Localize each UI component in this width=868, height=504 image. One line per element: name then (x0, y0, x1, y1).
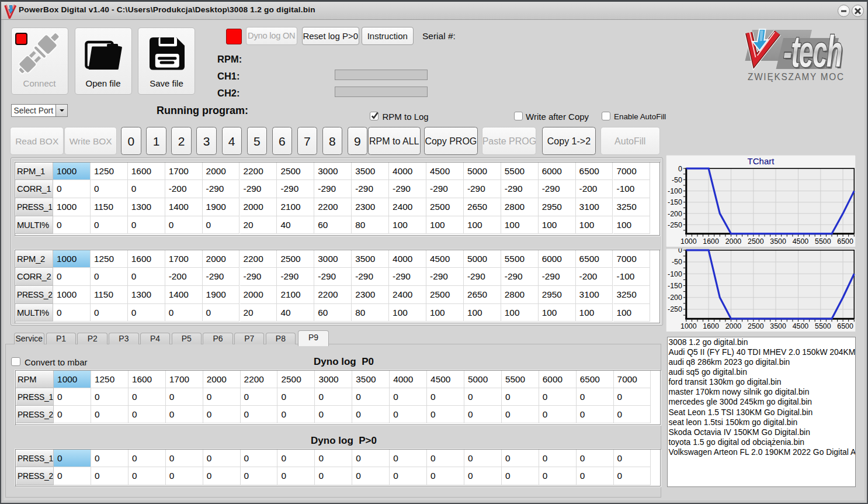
svg-text:-100: -100 (668, 270, 682, 278)
svg-text:1600: 1600 (703, 237, 719, 246)
svg-text:4500: 4500 (792, 237, 808, 246)
svg-text:3500: 3500 (770, 322, 786, 330)
svg-text:5500: 5500 (815, 237, 831, 246)
svg-text:-200: -200 (668, 294, 682, 302)
svg-text:4500: 4500 (792, 322, 808, 330)
svg-text:1000: 1000 (680, 322, 697, 330)
svg-text:1000: 1000 (680, 237, 697, 246)
svg-text:2000: 2000 (725, 237, 741, 246)
svg-text:0: 0 (678, 248, 682, 254)
svg-text:ZWIĘKSZAMY MOC: ZWIĘKSZAMY MOC (748, 72, 845, 82)
svg-text:-150: -150 (668, 198, 682, 206)
svg-text:1600: 1600 (703, 322, 719, 330)
svg-text:6500: 6500 (837, 322, 853, 330)
svg-text:6500: 6500 (837, 237, 853, 246)
svg-text:-150: -150 (668, 282, 682, 290)
svg-text:-250: -250 (668, 305, 682, 313)
svg-text:3500: 3500 (770, 237, 786, 246)
svg-text:-tech: -tech (783, 26, 842, 76)
svg-text:TChart: TChart (747, 156, 775, 166)
svg-text:2000: 2000 (725, 322, 741, 330)
svg-text:-50: -50 (672, 258, 682, 266)
svg-text:2500: 2500 (748, 322, 764, 330)
svg-text:-200: -200 (668, 209, 682, 218)
svg-text:-50: -50 (672, 176, 682, 184)
svg-text:5500: 5500 (815, 322, 831, 330)
svg-text:-250: -250 (668, 221, 682, 229)
svg-text:-100: -100 (668, 187, 682, 195)
svg-text:2500: 2500 (748, 237, 764, 246)
svg-text:0: 0 (678, 164, 682, 172)
